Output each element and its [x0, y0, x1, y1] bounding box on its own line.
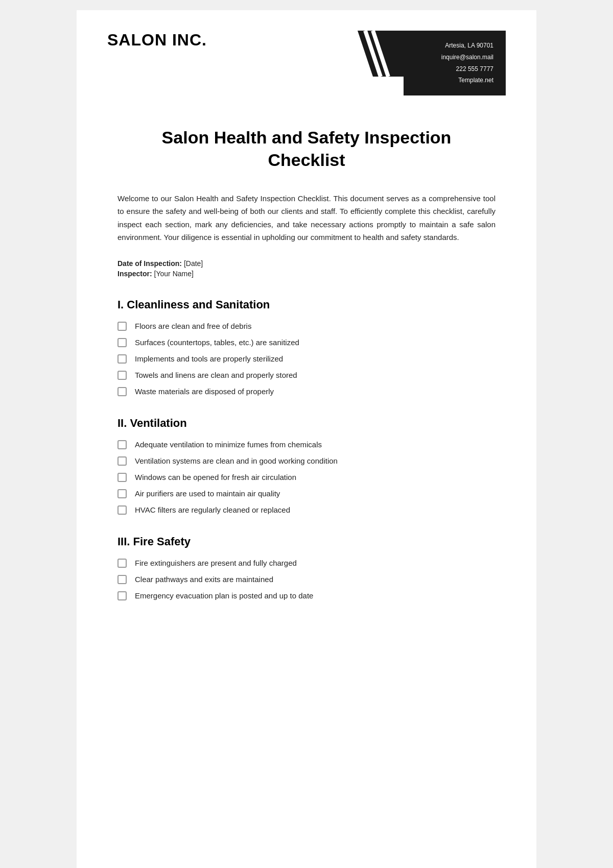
checkbox[interactable]	[117, 371, 127, 380]
logo-text: SALON INC.	[107, 31, 207, 50]
checklist-fire-safety: Fire extinguishers are present and fully…	[117, 559, 496, 600]
checkbox[interactable]	[117, 387, 127, 396]
checkbox[interactable]	[117, 473, 127, 482]
section-cleanliness: I. Cleanliness and Sanitation Floors are…	[117, 298, 496, 396]
checkbox[interactable]	[117, 338, 127, 347]
document-title: Salon Health and Safety Inspection Check…	[117, 126, 496, 171]
checkbox[interactable]	[117, 489, 127, 498]
checkbox[interactable]	[117, 354, 127, 364]
meta-info: Date of Inspection: [Date] Inspector: [Y…	[117, 259, 496, 278]
email: inquire@salon.mail	[416, 52, 493, 63]
checklist-cleanliness: Floors are clean and free of debris Surf…	[117, 322, 496, 396]
section-fire-safety-title: III. Fire Safety	[117, 535, 496, 548]
header-right: Artesia, LA 90701 inquire@salon.mail 222…	[342, 31, 506, 95]
list-item: Floors are clean and free of debris	[117, 322, 496, 331]
inspector-field: Inspector: [Your Name]	[117, 270, 496, 278]
list-item: Adequate ventilation to minimize fumes f…	[117, 440, 496, 449]
section-ventilation-title: II. Ventilation	[117, 417, 496, 430]
checkbox[interactable]	[117, 575, 127, 584]
list-item: Waste materials are disposed of properly	[117, 387, 496, 396]
address-line1: Artesia, LA 90701	[416, 40, 493, 52]
website: Template.net	[416, 75, 493, 86]
contact-box: Artesia, LA 90701 inquire@salon.mail 222…	[404, 31, 506, 95]
header: SALON INC. Artesia, LA 90701 inquire@sal…	[77, 10, 536, 106]
main-content: Salon Health and Safety Inspection Check…	[77, 106, 536, 641]
checklist-ventilation: Adequate ventilation to minimize fumes f…	[117, 440, 496, 515]
checkbox[interactable]	[117, 440, 127, 449]
checkbox[interactable]	[117, 322, 127, 331]
list-item: Implements and tools are properly steril…	[117, 354, 496, 364]
checkbox[interactable]	[117, 456, 127, 466]
page: SALON INC. Artesia, LA 90701 inquire@sal…	[77, 10, 536, 868]
section-cleanliness-title: I. Cleanliness and Sanitation	[117, 298, 496, 311]
intro-paragraph: Welcome to our Salon Health and Safety I…	[117, 192, 496, 244]
diagonal-decoration	[342, 31, 404, 77]
list-item: Clear pathways and exits are maintained	[117, 575, 496, 584]
date-field: Date of Inspection: [Date]	[117, 259, 496, 268]
list-item: Towels and linens are clean and properly…	[117, 371, 496, 380]
section-fire-safety: III. Fire Safety Fire extinguishers are …	[117, 535, 496, 600]
checkbox[interactable]	[117, 505, 127, 515]
list-item: HVAC filters are regularly cleaned or re…	[117, 505, 496, 515]
section-ventilation: II. Ventilation Adequate ventilation to …	[117, 417, 496, 515]
logo-area: SALON INC.	[107, 31, 207, 50]
list-item: Fire extinguishers are present and fully…	[117, 559, 496, 568]
phone: 222 555 7777	[416, 63, 493, 75]
list-item: Air purifiers are used to maintain air q…	[117, 489, 496, 498]
list-item: Emergency evacuation plan is posted and …	[117, 591, 496, 600]
checkbox[interactable]	[117, 559, 127, 568]
list-item: Surfaces (countertops, tables, etc.) are…	[117, 338, 496, 347]
list-item: Ventilation systems are clean and in goo…	[117, 456, 496, 466]
list-item: Windows can be opened for fresh air circ…	[117, 473, 496, 482]
checkbox[interactable]	[117, 591, 127, 600]
